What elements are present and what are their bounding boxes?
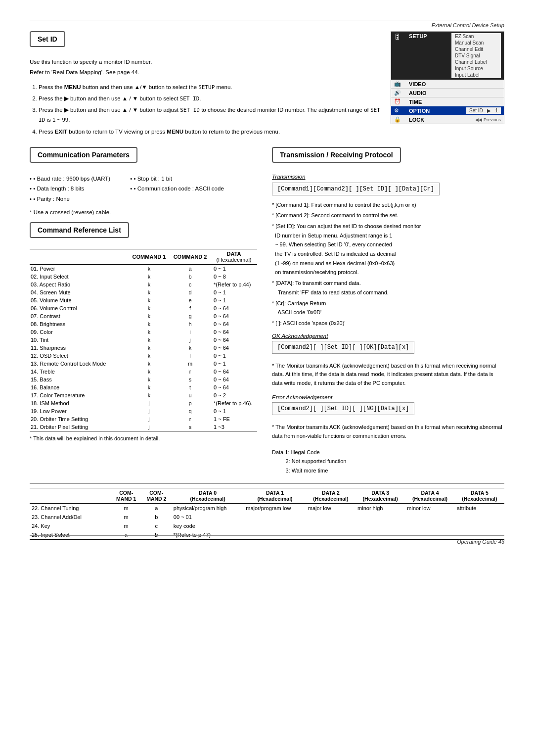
bt-d0: physical/program high bbox=[172, 503, 244, 513]
table-row: 06. Volume Control k f 0 ~ 64 bbox=[30, 304, 257, 312]
transmission-section: Transmission [Command1][Command2][ ][Set… bbox=[272, 174, 504, 328]
cmd-name: 11. Sharpness bbox=[30, 344, 129, 352]
table-row: 22. Channel Tuning m a physical/program … bbox=[30, 503, 504, 513]
bt-col-d2: DATA 2(Hexadecimal) bbox=[306, 488, 356, 503]
cmd2-val: q bbox=[170, 407, 211, 415]
menu-time: ⏰TIME bbox=[391, 97, 504, 106]
cmd-name: 14. Treble bbox=[30, 368, 129, 376]
bt-name: 22. Channel Tuning bbox=[30, 503, 111, 513]
cmd2-val: s bbox=[170, 376, 211, 383]
menu-video: 📺VIDEO bbox=[391, 80, 504, 89]
bt-name: 24. Key bbox=[30, 521, 111, 530]
data-codes-label: Data 1: Illegal Code bbox=[272, 448, 504, 457]
cmd-footnote: * This data will be explained in this do… bbox=[30, 435, 257, 441]
cmd-name: 06. Volume Control bbox=[30, 304, 129, 312]
data-codes-section: Data 1: Illegal Code 2: Not supported fu… bbox=[272, 448, 504, 475]
cmd2-val: c bbox=[170, 281, 211, 288]
bt-d3: minor high bbox=[356, 503, 405, 513]
page-header: External Control Device Setup bbox=[30, 20, 504, 28]
data-val: 0 ~ 2 bbox=[211, 391, 257, 399]
err-ack-box: [Command2][ ][Set ID][ ][NG][Data][x] bbox=[272, 402, 414, 415]
bt-d3 bbox=[356, 521, 405, 530]
cmd-name: 05. Volume Mute bbox=[30, 296, 129, 304]
err-ack-label: Error Acknowledgement bbox=[272, 394, 504, 400]
table-row: 18. ISM Method j p *(Refer to p.46). bbox=[30, 399, 257, 407]
param-parity: • Parity : None bbox=[30, 194, 110, 204]
set-id-section: Set ID Use this function to specify a mo… bbox=[30, 31, 504, 138]
data-val: 0 ~ 64 bbox=[211, 383, 257, 391]
data-val: 0 ~ 64 bbox=[211, 336, 257, 344]
bottom-table: COM-MAND 1 COM-MAND 2 DATA 0(Hexadecimal… bbox=[30, 488, 504, 540]
tnote-4: * [DATA]: To transmit command data. Tran… bbox=[272, 279, 504, 297]
col-name-header bbox=[30, 249, 129, 264]
bt-d1 bbox=[244, 521, 306, 530]
err-ack-note: * The Monitor transmits ACK (acknowledge… bbox=[272, 423, 504, 440]
data-val: 0 ~ 1 bbox=[211, 288, 257, 296]
bt-d5: attribute bbox=[455, 503, 504, 513]
cmd-name: 09. Color bbox=[30, 328, 129, 336]
cmd2-val: i bbox=[170, 328, 211, 336]
comm-params-list2: • Stop bit : 1 bit • Communication code … bbox=[130, 174, 224, 204]
table-row: 13. Remote Control Lock Mode k m 0 ~ 1 bbox=[30, 360, 257, 368]
table-row: 12. OSD Select k l 0 ~ 1 bbox=[30, 352, 257, 360]
step-1: Press the MENU button and then use ▲/▼ b… bbox=[39, 82, 381, 92]
ok-ack-label: OK Acknowledgement bbox=[272, 333, 504, 339]
bt-d4: minor low bbox=[405, 503, 454, 513]
comm-params-section: Communication Parameters • Baud rate : 9… bbox=[30, 147, 257, 215]
footer-text: Operating Guide 43 bbox=[457, 539, 504, 545]
cmd1-val: j bbox=[129, 407, 170, 415]
crossed-cable-note: * Use a crossed (reverse) cable. bbox=[30, 209, 257, 215]
protocol-heading: Transmission / Receiving Protocol bbox=[272, 147, 401, 163]
ok-ack-box: [Command2][ ][Set ID][ ][OK][Data][x] bbox=[272, 341, 414, 354]
cmd2-val: f bbox=[170, 304, 211, 312]
cmd-name: 04. Screen Mute bbox=[30, 288, 129, 296]
comm-params-grid: • Baud rate : 9600 bps (UART) • Data len… bbox=[30, 174, 257, 204]
page-footer: Operating Guide 43 bbox=[30, 535, 504, 545]
cmd-name: 02. Input Select bbox=[30, 273, 129, 281]
step-4: Press EXIT button to return to TV viewin… bbox=[39, 127, 381, 137]
bt-d2 bbox=[306, 521, 356, 530]
cmd2-val: k bbox=[170, 344, 211, 352]
bt-col-d0: DATA 0(Hexadecimal) bbox=[172, 488, 244, 503]
table-row: 21. Orbiter Pixel Setting j s 1 ~3 bbox=[30, 423, 257, 431]
data-val: 0 ~ 1 bbox=[211, 360, 257, 368]
tnote-1: * [Command 1]: First command to control … bbox=[272, 200, 504, 210]
cmd2-val: u bbox=[170, 391, 211, 399]
transmission-box: [Command1][Command2][ ][Set ID][ ][Data]… bbox=[272, 183, 440, 195]
bt-d1 bbox=[244, 513, 306, 521]
cmd1-val: j bbox=[129, 399, 170, 407]
cmd2-val: e bbox=[170, 296, 211, 304]
cmd2-val: h bbox=[170, 320, 211, 328]
table-row: 17. Color Temperature k u 0 ~ 2 bbox=[30, 391, 257, 399]
data-codes-3: 3: Wait more time bbox=[272, 466, 504, 475]
table-row: 19. Low Power j q 0 ~ 1 bbox=[30, 407, 257, 415]
cmd2-val: b bbox=[170, 273, 211, 281]
bt-cmd1: m bbox=[111, 513, 141, 521]
bt-name: 23. Channel Add/Del bbox=[30, 513, 111, 521]
cmd1-val: k bbox=[129, 383, 170, 391]
cmd1-val: k bbox=[129, 320, 170, 328]
transmission-label: Transmission bbox=[272, 174, 504, 180]
cmd-name: 08. Brightness bbox=[30, 320, 129, 328]
data-val: 0 ~ 64 bbox=[211, 312, 257, 320]
data-val: *(Refer to p.46). bbox=[211, 399, 257, 407]
tnote-5: * [Cr]: Carriage Return ASCII code '0x0D… bbox=[272, 299, 504, 317]
bt-col-cmd2: COM-MAND 2 bbox=[141, 488, 172, 503]
cmd-name: 07. Contrast bbox=[30, 312, 129, 320]
cmd-ref-section: Command Reference List COMMAND 1 COMMAND… bbox=[30, 222, 257, 441]
bt-d4 bbox=[405, 513, 454, 521]
bt-cmd1: m bbox=[111, 521, 141, 530]
data-val: 1 ~ FE bbox=[211, 415, 257, 423]
data-val: 0 ~ 1 bbox=[211, 352, 257, 360]
cmd1-val: k bbox=[129, 296, 170, 304]
cmd1-val: k bbox=[129, 376, 170, 383]
bt-cmd1: m bbox=[111, 503, 141, 513]
cmd-name: 10. Tint bbox=[30, 336, 129, 344]
menu-lock: 🔒LOCK ◀◀ Previous bbox=[391, 115, 504, 124]
data-val: 1 ~3 bbox=[211, 423, 257, 431]
set-id-para2: Refer to 'Real Data Mapping'. See page 4… bbox=[30, 68, 381, 77]
menu-option: ⚙OPTION Set ID ▶ 1 bbox=[391, 106, 504, 115]
table-row: 07. Contrast k g 0 ~ 64 bbox=[30, 312, 257, 320]
ok-ack-section: OK Acknowledgement [Command2][ ][Set ID]… bbox=[272, 333, 504, 388]
data-val: 0 ~ 64 bbox=[211, 328, 257, 336]
